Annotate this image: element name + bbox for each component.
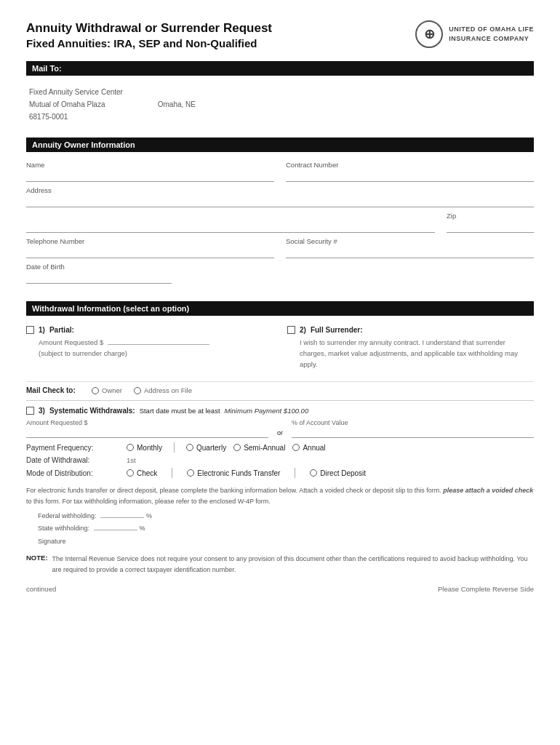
sys-percent-label: % of Account Value: [292, 419, 534, 426]
freq-quarterly-label: Quarterly: [196, 444, 226, 452]
date-withdrawal-label: Date of Withdrawal:: [26, 456, 121, 464]
zip-label: Zip: [447, 212, 534, 220]
date-of-withdrawal-row: Date of Withdrawal: 1st: [26, 456, 534, 464]
freq-semi-annual[interactable]: Semi-Annual: [233, 444, 285, 452]
date-withdrawal-note: 1st: [127, 456, 136, 464]
partial-content: Amount Requested $ (subject to surrender…: [26, 337, 273, 359]
page-footer: continued Please Complete Reverse Side: [26, 585, 534, 593]
owner-info-header: Annuity Owner Information: [26, 138, 534, 152]
systematic-number: 3): [39, 407, 45, 415]
note-section: NOTE: The Internal Revenue Service does …: [26, 554, 534, 575]
pipe-2: [172, 468, 172, 478]
partial-note: (subject to surrender charge): [39, 349, 127, 357]
mail-check-owner-option[interactable]: Owner: [92, 386, 122, 394]
contract-number-input[interactable]: [286, 170, 534, 182]
mail-check-address-radio[interactable]: [134, 387, 141, 394]
federal-withholding-input[interactable]: [100, 517, 144, 518]
city-state-row: Zip: [26, 212, 534, 233]
pipe-3: [295, 468, 295, 478]
partial-amount-input[interactable]: [108, 344, 209, 345]
dob-input[interactable]: [26, 272, 172, 284]
mail-to-header: Mail To:: [26, 61, 534, 76]
dist-check[interactable]: Check: [127, 468, 157, 478]
freq-quarterly[interactable]: Quarterly: [186, 444, 226, 452]
state-withholding-input[interactable]: [94, 530, 137, 530]
phone-dob-row: Telephone Number Social Security #: [26, 237, 534, 258]
sys-amount-field: Amount Requested $: [26, 419, 268, 438]
freq-monthly[interactable]: Monthly: [127, 444, 162, 452]
signature-row: Signature: [26, 536, 534, 546]
dist-eft-radio[interactable]: [187, 469, 194, 477]
footer-right: Please Complete Reverse Side: [438, 585, 534, 593]
address-row: Address: [26, 186, 534, 207]
systematic-checkbox[interactable]: [26, 407, 34, 415]
address-label: Address: [26, 186, 534, 194]
sys-amount-input[interactable]: [26, 426, 268, 438]
freq-semi-annual-label: Semi-Annual: [244, 444, 285, 452]
zip-input[interactable]: [447, 221, 534, 233]
mail-check-options: Owner Address on File: [92, 386, 192, 394]
mail-check-row: Mail Check to: Owner Address on File: [26, 381, 534, 394]
full-surrender-checkbox[interactable]: [287, 326, 295, 334]
dist-eft[interactable]: Electronic Funds Transfer: [187, 468, 280, 478]
dob-label: Date of Birth: [26, 263, 172, 271]
full-surrender-label: 2) Full Surrender:: [287, 326, 534, 334]
freq-label: Payment Frequency:: [26, 444, 121, 452]
freq-options: Monthly Quarterly Semi-Annual Annual: [127, 442, 326, 453]
address-input[interactable]: [26, 196, 534, 207]
partial-checkbox[interactable]: [26, 326, 34, 334]
phone-input[interactable]: [26, 247, 274, 258]
voided-check-note: please attach a voided check: [443, 487, 533, 494]
owner-name-input[interactable]: [26, 170, 274, 182]
full-surrender-content: I wish to surrender my annuity contract.…: [287, 337, 534, 370]
city-field: [26, 220, 435, 233]
systematic-header: 3) Systematic Withdrawals: Start date mu…: [26, 407, 534, 415]
ssn-input[interactable]: [286, 247, 534, 258]
mail-to-section: Mail To: Fixed Annuity Service Center Mu…: [26, 61, 534, 127]
contract-number-label: Contract Number: [286, 161, 534, 169]
freq-semi-annual-radio[interactable]: [233, 444, 241, 451]
partial-title: Partial:: [49, 326, 74, 334]
footer-left: continued: [26, 585, 56, 593]
note-text: The Internal Revenue Service does not re…: [52, 554, 534, 575]
withdrawal-options-row: 1) Partial: Amount Requested $ (subject …: [26, 322, 534, 375]
min-payment: Minimum Payment $100.00: [225, 407, 309, 415]
ssn-field: Social Security #: [286, 237, 534, 258]
mode-distribution-row: Mode of Distribution: Check Electronic F…: [26, 468, 534, 478]
page-header: Annuity Withdrawal or Surrender Request …: [26, 20, 534, 51]
sys-percent-input[interactable]: [292, 426, 534, 438]
mail-check-label: Mail Check to:: [26, 386, 84, 394]
full-surrender-number: 2): [300, 326, 306, 334]
zip-field: Zip: [447, 212, 534, 233]
withdrawal-section: Withdrawal Information (select an option…: [26, 301, 534, 479]
freq-annual[interactable]: Annual: [292, 444, 325, 452]
dist-direct-radio[interactable]: [310, 469, 317, 477]
company-logo: ⊕ United of Omaha Life Insurance Company: [415, 20, 534, 48]
dist-check-radio[interactable]: [127, 469, 134, 477]
owner-name-row: Name Contract Number: [26, 161, 534, 182]
withdrawal-header: Withdrawal Information (select an option…: [26, 301, 534, 316]
full-surrender-option: 2) Full Surrender: I wish to surrender m…: [287, 326, 534, 370]
systematic-sublabel: Start date must be at least: [140, 407, 220, 415]
mail-check-owner-radio[interactable]: [92, 387, 99, 394]
owner-name-field: Name: [26, 161, 274, 182]
city-input[interactable]: [26, 221, 435, 233]
freq-annual-radio[interactable]: [292, 444, 300, 451]
sys-percent-field: % of Account Value: [292, 419, 534, 438]
annuity-owner-section: Annuity Owner Information Name Contract …: [26, 138, 534, 291]
dist-options: Check Electronic Funds Transfer Direct D…: [127, 468, 366, 478]
freq-annual-label: Annual: [303, 444, 325, 452]
note-label: NOTE:: [26, 554, 48, 575]
mail-check-address-option[interactable]: Address on File: [134, 386, 192, 394]
full-surrender-title: Full Surrender:: [311, 326, 363, 334]
partial-number: 1): [39, 326, 45, 334]
logo-icon: ⊕: [415, 20, 443, 48]
dist-direct[interactable]: Direct Deposit: [310, 468, 366, 478]
freq-monthly-radio[interactable]: [127, 444, 134, 451]
partial-label: 1) Partial:: [26, 326, 273, 334]
dist-direct-label: Direct Deposit: [320, 469, 366, 477]
systematic-section: 3) Systematic Withdrawals: Start date mu…: [26, 407, 534, 478]
logo-text: United of Omaha Life Insurance Company: [449, 25, 534, 43]
divider-1: [26, 400, 534, 401]
freq-quarterly-radio[interactable]: [186, 444, 193, 451]
